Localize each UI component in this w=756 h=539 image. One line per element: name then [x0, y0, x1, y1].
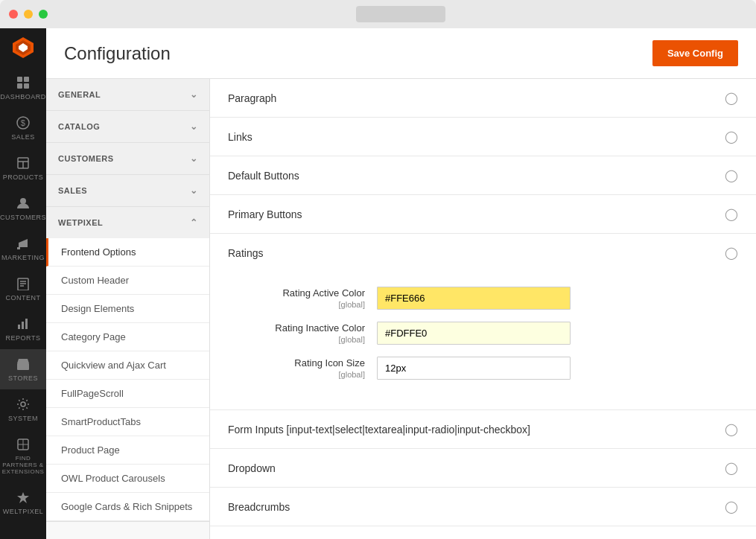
sidebar-section-header-sales[interactable]: SALES ⌄ — [46, 175, 209, 206]
sidebar-section-header-catalog[interactable]: CATALOG ⌄ — [46, 111, 209, 142]
close-dot[interactable] — [9, 10, 18, 19]
collapse-icon: ◯ — [725, 246, 738, 260]
sidebar-item-google-cards[interactable]: Google Cards & Rich Snippets — [46, 493, 209, 521]
svg-rect-5 — [17, 83, 22, 89]
chevron-down-icon: ⌄ — [190, 89, 198, 100]
products-icon — [16, 156, 31, 170]
dashboard-icon — [16, 75, 31, 90]
sidebar-section-general: GENERAL ⌄ — [46, 79, 209, 111]
section-paragraph[interactable]: Paragraph ◯ — [210, 79, 756, 118]
section-default-buttons[interactable]: Default Buttons ◯ — [210, 156, 756, 195]
save-config-button[interactable]: Save Config — [652, 40, 738, 66]
rating-icon-size-input[interactable] — [377, 357, 571, 380]
section-breadcrumbs[interactable]: Breadcrumbs ◯ — [210, 488, 756, 526]
section-dropdown[interactable]: Dropdown ◯ — [210, 449, 756, 488]
section-primary-buttons[interactable]: Primary Buttons ◯ — [210, 195, 756, 234]
reports-icon — [16, 316, 31, 331]
nav-item-marketing[interactable]: MARKETING — [0, 229, 46, 269]
form-row-rating-inactive: Rating Inactive Color [global] — [228, 322, 738, 345]
nav-logo[interactable] — [10, 34, 36, 63]
collapse-icon: ◯ — [725, 422, 738, 436]
sidebar-item-fullpagescroll[interactable]: FullPageScroll — [46, 380, 209, 408]
sidebar-section-customers: CUSTOMERS ⌄ — [46, 143, 209, 175]
sidebar-item-owl-carousels[interactable]: OWL Product Carousels — [46, 465, 209, 493]
nav-item-stores[interactable]: STORES — [0, 349, 46, 389]
nav-item-system[interactable]: SYSTEM — [0, 389, 46, 430]
collapse-icon: ◯ — [725, 91, 738, 105]
svg-marker-13 — [19, 239, 28, 247]
form-row-rating-active: Rating Active Color [global] — [228, 287, 738, 310]
svg-rect-15 — [18, 278, 28, 290]
page-header: Configuration Save Config — [46, 28, 756, 79]
svg-rect-23 — [21, 366, 25, 370]
address-bar — [356, 6, 445, 22]
collapse-icon: ◯ — [725, 168, 738, 182]
svg-marker-28 — [17, 492, 29, 503]
chevron-down-icon: ⌄ — [190, 153, 198, 164]
nav-item-products[interactable]: PRODUCTS — [0, 148, 46, 188]
section-ratings: Ratings ◯ Rating Active Color [global] — [210, 234, 756, 410]
collapse-icon: ◯ — [725, 207, 738, 221]
nav-item-reports[interactable]: REPORTS — [0, 309, 46, 349]
svg-rect-19 — [18, 325, 20, 329]
system-icon — [16, 397, 31, 412]
sidebar-section-header-wetpixel[interactable]: WETPIXEL ⌃ — [46, 207, 209, 238]
minimize-dot[interactable] — [24, 10, 33, 19]
sidebar-section-header-general[interactable]: GENERAL ⌄ — [46, 79, 209, 110]
right-panel: Paragraph ◯ Links ◯ Default Buttons ◯ Pr… — [210, 79, 756, 539]
section-icons[interactable]: Icons ◯ — [210, 526, 756, 539]
page-title: Configuration — [64, 43, 171, 64]
nav-item-dashboard[interactable]: DASHBOARD — [0, 68, 46, 108]
sales-icon: $ — [16, 115, 31, 130]
nav-item-customers[interactable]: CUSTOMERS — [0, 188, 46, 229]
svg-rect-20 — [22, 322, 24, 329]
svg-rect-4 — [24, 77, 29, 82]
svg-rect-14 — [17, 247, 20, 249]
svg-rect-3 — [17, 77, 22, 82]
section-ratings-header[interactable]: Ratings ◯ — [210, 234, 756, 272]
nav-item-sales[interactable]: $ SALES — [0, 108, 46, 148]
sidebar-item-category-page[interactable]: Category Page — [46, 323, 209, 351]
sidebar-section-wetpixel: WETPIXEL ⌃ Frontend Options Custom Heade… — [46, 207, 209, 522]
sidebar-item-quickview-ajax[interactable]: Quickview and Ajax Cart — [46, 351, 209, 380]
partners-icon — [16, 437, 31, 452]
sidebar-section-catalog: CATALOG ⌄ — [46, 111, 209, 143]
svg-rect-21 — [25, 319, 28, 329]
sidebar-section-header-customers[interactable]: CUSTOMERS ⌄ — [46, 143, 209, 174]
nav-item-weltpixel[interactable]: WELTPIXEL — [0, 482, 46, 523]
weltpixel-icon — [16, 490, 31, 505]
nav-item-partners[interactable]: FIND PARTNERS & EXTENSIONS — [0, 430, 46, 482]
collapse-icon: ◯ — [725, 130, 738, 144]
ratings-body: Rating Active Color [global] Rating Inac… — [210, 272, 756, 409]
customers-icon — [16, 196, 31, 211]
chevron-down-icon: ⌄ — [190, 185, 198, 196]
svg-point-12 — [20, 198, 26, 204]
sidebar-section-sales: SALES ⌄ — [46, 175, 209, 207]
sidebar-item-frontend-options[interactable]: Frontend Options — [46, 238, 209, 267]
collapse-icon: ◯ — [725, 500, 738, 514]
sidebar-item-design-elements[interactable]: Design Elements — [46, 295, 209, 323]
nav-item-content[interactable]: CONTENT — [0, 269, 46, 309]
svg-point-24 — [21, 402, 25, 406]
config-sidebar: GENERAL ⌄ CATALOG ⌄ CUSTOMERS ⌄ — [46, 79, 210, 539]
rating-active-color-input[interactable] — [377, 287, 571, 310]
window-chrome — [0, 0, 756, 28]
maximize-dot[interactable] — [39, 10, 48, 19]
marketing-icon — [16, 236, 31, 251]
section-links[interactable]: Links ◯ — [210, 118, 756, 156]
main-content: Configuration Save Config GENERAL ⌄ CATA… — [46, 28, 756, 539]
stores-icon — [16, 357, 31, 371]
collapse-icon: ◯ — [725, 461, 738, 475]
sidebar-item-smartproducttabs[interactable]: SmartProductTabs — [46, 408, 209, 436]
sidebar-item-product-page[interactable]: Product Page — [46, 436, 209, 465]
rating-inactive-color-input[interactable] — [377, 322, 571, 345]
app-container: DASHBOARD $ SALES PRODUCTS — [0, 28, 756, 539]
chevron-up-icon: ⌃ — [190, 217, 198, 228]
svg-rect-6 — [24, 83, 29, 89]
content-icon — [16, 276, 31, 291]
form-row-rating-size: Rating Icon Size [global] — [228, 357, 738, 380]
section-form-inputs[interactable]: Form Inputs [input-text|select|textarea|… — [210, 410, 756, 449]
sidebar-item-custom-header[interactable]: Custom Header — [46, 267, 209, 295]
svg-text:$: $ — [21, 118, 26, 127]
left-nav: DASHBOARD $ SALES PRODUCTS — [0, 28, 46, 539]
